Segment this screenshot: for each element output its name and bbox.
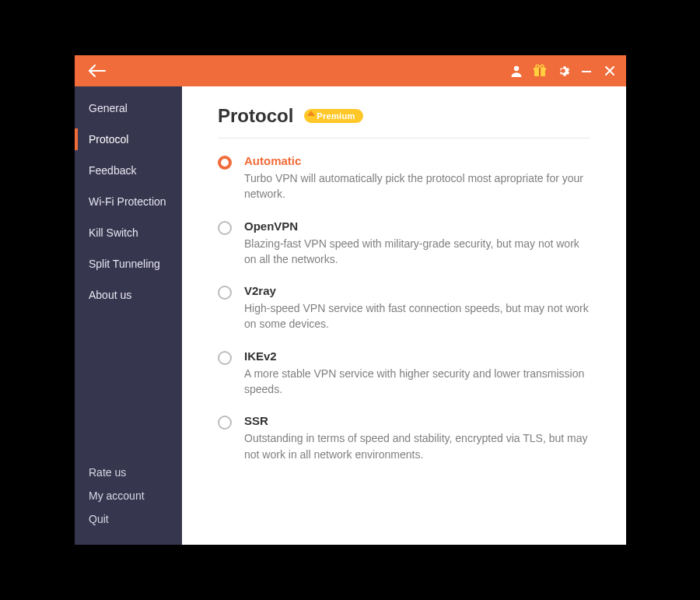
minimize-icon: [581, 65, 592, 76]
page-header: Protocol Premium: [218, 105, 590, 139]
protocol-option-v2ray[interactable]: V2rayHigh-speed VPN service with fast co…: [218, 284, 590, 332]
protocol-option-ssr[interactable]: SSROutstanding in terms of speed and sta…: [218, 414, 590, 462]
premium-badge: Premium: [304, 109, 362, 123]
sidebar-item-general[interactable]: General: [75, 93, 182, 124]
svg-rect-3: [539, 68, 541, 76]
sidebar-item-split-tunneling[interactable]: Split Tunneling: [75, 248, 182, 279]
sidebar-bottom-rate-us[interactable]: Rate us: [75, 461, 182, 484]
sidebar-item-wi-fi-protection[interactable]: Wi-Fi Protection: [75, 186, 182, 217]
option-title: V2ray: [244, 284, 590, 297]
sidebar-item-label: Wi-Fi Protection: [89, 195, 166, 208]
account-button[interactable]: [505, 55, 528, 86]
protocol-options: AutomaticTurbo VPN will automatically pi…: [218, 154, 590, 462]
gift-icon: [533, 64, 547, 78]
svg-point-5: [541, 65, 544, 68]
option-title: IKEv2: [244, 349, 590, 363]
close-icon: [604, 65, 615, 76]
sidebar-bottom-quit[interactable]: Quit: [75, 507, 182, 531]
sidebar-bottom: Rate usMy accountQuit: [75, 461, 182, 545]
sidebar: GeneralProtocolFeedbackWi-Fi ProtectionK…: [75, 86, 182, 545]
sidebar-bottom-label: Rate us: [89, 466, 126, 479]
sidebar-bottom-label: My account: [89, 489, 145, 502]
radio-icon: [218, 286, 232, 300]
radio-icon: [218, 156, 232, 170]
gear-icon: [556, 64, 570, 78]
option-description: Blazing-fast VPN speed with military-gra…: [244, 236, 590, 268]
content-area: Protocol Premium AutomaticTurbo VPN will…: [182, 86, 626, 545]
protocol-option-automatic[interactable]: AutomaticTurbo VPN will automatically pi…: [218, 154, 590, 202]
svg-point-0: [514, 66, 519, 71]
settings-button[interactable]: [551, 55, 575, 86]
sidebar-item-label: General: [89, 102, 128, 114]
close-button[interactable]: [598, 55, 621, 86]
sidebar-item-label: About us: [89, 289, 131, 301]
option-title: Automatic: [244, 154, 590, 167]
sidebar-item-kill-switch[interactable]: Kill Switch: [75, 217, 182, 248]
sidebar-item-feedback[interactable]: Feedback: [75, 155, 182, 186]
svg-point-4: [536, 65, 539, 68]
back-button[interactable]: [89, 65, 106, 77]
person-icon: [509, 64, 523, 78]
protocol-option-ikev2[interactable]: IKEv2A more stable VPN service with high…: [218, 349, 590, 398]
radio-icon: [218, 221, 232, 235]
sidebar-item-label: Feedback: [89, 164, 136, 177]
sidebar-bottom-my-account[interactable]: My account: [75, 484, 182, 507]
option-description: High-speed VPN service with fast connect…: [244, 300, 590, 332]
option-description: Turbo VPN will automatically pick the pr…: [244, 170, 590, 202]
option-description: Outstanding in terms of speed and stabil…: [244, 430, 590, 462]
titlebar: [75, 55, 626, 86]
sidebar-item-protocol[interactable]: Protocol: [75, 124, 182, 155]
radio-icon: [218, 416, 232, 430]
radio-icon: [218, 351, 232, 365]
arrow-left-icon: [89, 65, 106, 77]
sidebar-nav: GeneralProtocolFeedbackWi-Fi ProtectionK…: [75, 86, 182, 311]
svg-rect-6: [582, 71, 591, 72]
sidebar-bottom-label: Quit: [89, 513, 109, 525]
gift-button[interactable]: [528, 55, 551, 86]
app-window: GeneralProtocolFeedbackWi-Fi ProtectionK…: [75, 55, 626, 545]
page-title: Protocol: [218, 105, 293, 127]
sidebar-item-label: Kill Switch: [89, 226, 138, 239]
option-description: A more stable VPN service with higher se…: [244, 366, 590, 398]
sidebar-item-label: Split Tunneling: [89, 258, 160, 270]
sidebar-item-label: Protocol: [89, 133, 128, 146]
minimize-button[interactable]: [575, 55, 598, 86]
option-title: SSR: [244, 414, 590, 427]
protocol-option-openvpn[interactable]: OpenVPNBlazing-fast VPN speed with milit…: [218, 219, 590, 268]
option-title: OpenVPN: [244, 219, 590, 233]
sidebar-item-about-us[interactable]: About us: [75, 279, 182, 311]
